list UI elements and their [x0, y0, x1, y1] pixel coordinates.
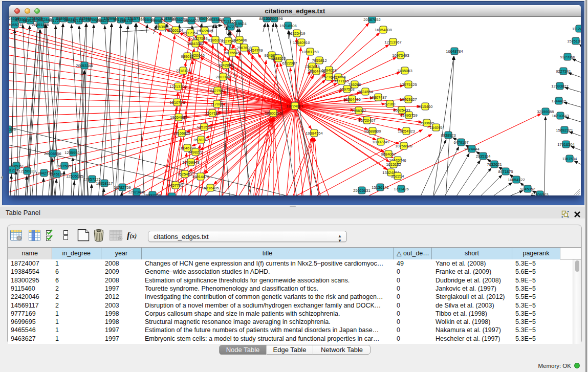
svg-text:18724007: 18724007	[286, 104, 303, 108]
svg-text:19832259: 19832259	[144, 193, 161, 195]
svg-text:12093827: 12093827	[551, 84, 568, 89]
svg-text:21200396: 21200396	[266, 17, 282, 21]
svg-text:9699695: 9699695	[419, 121, 434, 125]
svg-text:19166825: 19166825	[173, 131, 190, 136]
svg-text:12213967: 12213967	[384, 40, 401, 45]
svg-text:10973493: 10973493	[392, 53, 409, 58]
svg-text:8427552: 8427552	[210, 89, 225, 93]
svg-text:391234: 391234	[9, 168, 18, 172]
svg-text:1167534: 1167534	[562, 157, 577, 161]
svg-text:12505185: 12505185	[66, 174, 83, 179]
svg-text:10756928: 10756928	[395, 144, 412, 148]
svg-text:15692371: 15692371	[556, 128, 573, 133]
svg-text:1890399: 1890399	[9, 127, 16, 132]
svg-text:3624554: 3624554	[358, 90, 373, 94]
svg-text:1615132: 1615132	[386, 162, 401, 167]
svg-text:1353594: 1353594	[197, 125, 211, 129]
svg-text:10958117: 10958117	[96, 181, 113, 186]
svg-text:16648784: 16648784	[446, 49, 463, 54]
svg-text:1112495: 1112495	[572, 27, 581, 31]
svg-text:1733426: 1733426	[394, 187, 408, 191]
svg-text:7625402: 7625402	[177, 172, 192, 177]
svg-text:15751074: 15751074	[567, 39, 581, 43]
svg-text:8912954: 8912954	[183, 31, 198, 35]
svg-text:16914479: 16914479	[192, 174, 209, 179]
svg-text:19975857: 19975857	[56, 164, 73, 168]
svg-text:6322037: 6322037	[282, 61, 297, 65]
svg-text:20387652: 20387652	[363, 17, 380, 22]
svg-text:25025631: 25025631	[353, 188, 370, 193]
svg-text:19218506: 19218506	[279, 24, 296, 28]
svg-text:8454749: 8454749	[248, 48, 263, 53]
svg-text:7955812: 7955812	[312, 58, 326, 63]
svg-text:8471875: 8471875	[498, 169, 513, 174]
svg-text:16154808: 16154808	[375, 28, 391, 32]
svg-text:19384554: 19384554	[306, 131, 322, 136]
svg-text:5875645: 5875645	[225, 51, 239, 55]
svg-text:2935114: 2935114	[476, 154, 491, 159]
svg-text:10688609: 10688609	[364, 129, 381, 134]
svg-text:16782759: 16782759	[114, 185, 130, 190]
svg-text:12359924: 12359924	[64, 150, 81, 155]
svg-text:13975125: 13975125	[400, 82, 417, 87]
svg-text:8938923: 8938923	[441, 133, 455, 138]
svg-text:164095: 164095	[429, 125, 442, 130]
svg-text:20364436: 20364436	[343, 97, 360, 102]
svg-text:11325419: 11325419	[289, 31, 306, 36]
svg-text:9227341: 9227341	[556, 69, 571, 74]
svg-text:15720407: 15720407	[358, 118, 375, 123]
svg-text:20206556: 20206556	[44, 151, 61, 156]
svg-text:2718126: 2718126	[176, 69, 190, 73]
svg-text:22806503: 22806503	[531, 192, 548, 195]
svg-text:117006: 117006	[211, 102, 223, 106]
svg-text:20691406: 20691406	[32, 23, 49, 27]
svg-text:1545496: 1545496	[232, 38, 247, 42]
svg-text:10654122: 10654122	[508, 178, 525, 182]
svg-text:7485063: 7485063	[397, 69, 412, 73]
svg-text:19654923: 19654923	[398, 129, 415, 134]
svg-text:8660124: 8660124	[168, 28, 183, 33]
svg-text:24055714: 24055714	[9, 23, 24, 27]
svg-text:1010753: 1010753	[169, 100, 184, 105]
svg-text:19654985: 19654985	[170, 115, 187, 120]
svg-text:9245052: 9245052	[520, 187, 535, 191]
svg-text:13495759: 13495759	[400, 113, 417, 118]
svg-text:62160: 62160	[385, 102, 396, 106]
svg-text:15322605: 15322605	[196, 29, 213, 33]
svg-text:6497568: 6497568	[339, 87, 354, 92]
svg-text:12156829: 12156829	[18, 169, 35, 173]
svg-text:16210643: 16210643	[552, 114, 569, 118]
svg-text:10961758: 10961758	[301, 50, 318, 54]
svg-text:15136141: 15136141	[372, 185, 388, 190]
svg-text:16543382: 16543382	[187, 41, 204, 46]
svg-text:1244415: 1244415	[551, 99, 566, 103]
svg-text:20053346: 20053346	[76, 63, 93, 68]
svg-text:19463627: 19463627	[400, 97, 417, 102]
svg-text:18300295: 18300295	[265, 111, 281, 116]
svg-text:9242848: 9242848	[218, 63, 233, 68]
svg-text:9474444: 9474444	[464, 147, 479, 151]
svg-text:7986322: 7986322	[351, 108, 366, 113]
svg-text:8578312: 8578312	[193, 138, 208, 142]
svg-text:9329966: 9329966	[560, 55, 575, 59]
svg-text:7857274: 7857274	[223, 25, 238, 29]
svg-text:7663822: 7663822	[154, 25, 169, 29]
svg-text:18807249: 18807249	[372, 140, 389, 144]
svg-text:12213302: 12213302	[169, 84, 186, 89]
svg-text:1588520: 1588520	[271, 56, 286, 61]
svg-text:7671884: 7671884	[164, 194, 179, 195]
svg-text:6794028: 6794028	[321, 68, 336, 73]
svg-text:2803144: 2803144	[215, 75, 230, 79]
svg-text:9115460: 9115460	[418, 104, 433, 109]
svg-text:4498222: 4498222	[188, 150, 203, 155]
svg-text:17016504: 17016504	[557, 142, 574, 147]
svg-text:989012: 989012	[181, 54, 193, 59]
svg-text:9684067: 9684067	[381, 152, 396, 157]
svg-text:15716485: 15716485	[202, 186, 219, 190]
svg-text:13640910: 13640910	[293, 40, 310, 45]
svg-text:252214: 252214	[391, 174, 404, 179]
svg-text:12923446: 12923446	[128, 190, 145, 194]
svg-text:9777169: 9777169	[334, 79, 349, 83]
svg-text:3267110: 3267110	[205, 111, 220, 116]
svg-text:1145139: 1145139	[50, 172, 64, 177]
